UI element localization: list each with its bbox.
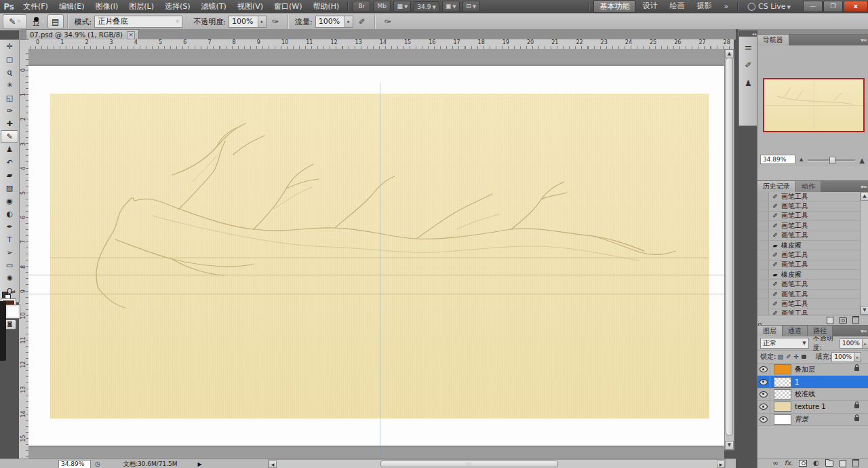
tab-paths[interactable]: 路径	[808, 326, 833, 336]
tool-path-selection[interactable]: ➢	[1, 246, 18, 259]
layer-row[interactable]: 叠加层	[757, 364, 868, 376]
layer-row[interactable]: 1	[757, 376, 868, 388]
vertical-ruler[interactable]: 0123456789101112131415	[19, 49, 29, 459]
scroll-up-icon[interactable]: ▲	[861, 192, 868, 201]
history-brush-source-well[interactable]	[757, 299, 769, 308]
lock-paint-icon[interactable]: ✐	[786, 353, 791, 360]
document-tab[interactable]: 07.psd @ 34.9% (1, RGB/8) ×	[26, 29, 139, 40]
tool-pen[interactable]: ✒	[1, 220, 18, 233]
new-group-icon[interactable]	[825, 461, 833, 467]
new-document-from-state-icon[interactable]	[827, 317, 833, 324]
tool-blur[interactable]: ◉	[1, 195, 18, 208]
panel-menu-icon[interactable]: ▾≡	[861, 184, 867, 190]
tool-lasso[interactable]: ɋ	[1, 66, 18, 79]
dock-edge-grip[interactable]	[0, 301, 6, 361]
horizontal-ruler[interactable]: 0123456789101112131415161718192021222324…	[28, 39, 734, 50]
horizontal-scrollbar[interactable]: ◀ ⁝⁝⁝ ▶	[268, 459, 726, 468]
layer-row[interactable]: 校准线	[757, 389, 868, 401]
history-brush-source-well[interactable]	[757, 192, 769, 201]
scroll-down-icon[interactable]: ▼	[725, 441, 734, 450]
minimize-button[interactable]: —	[803, 1, 823, 12]
layer-row[interactable]: texture 1	[757, 401, 868, 413]
history-brush-source-well[interactable]	[757, 231, 769, 240]
document-viewport[interactable]	[28, 49, 724, 459]
history-brush-source-well[interactable]	[757, 241, 769, 250]
history-brush-source-well[interactable]	[757, 212, 769, 220]
menu-编辑(E)[interactable]: 编辑(E)	[54, 0, 90, 13]
bridge-button[interactable]: Br	[353, 1, 370, 12]
menu-文件(F)[interactable]: 文件(F)	[18, 0, 54, 13]
layer-styles-icon[interactable]: fx.	[785, 459, 793, 467]
panel-menu-icon[interactable]: ▾≡	[861, 37, 867, 43]
history-state[interactable]: ✐ 画笔工具	[757, 309, 868, 315]
brush-panel-icon[interactable]: ✐	[741, 58, 756, 73]
layer-opacity-spinner[interactable]: ▸	[863, 338, 868, 349]
vertical-scrollbar[interactable]: ▲ ▼	[724, 49, 734, 450]
layer-name[interactable]: 1	[795, 378, 799, 386]
layer-fill-field[interactable]: 100%	[831, 352, 854, 362]
workspace-设计[interactable]: 设计	[637, 0, 663, 13]
history-brush-source-well[interactable]	[757, 280, 769, 289]
close-document-icon[interactable]: ×	[127, 31, 135, 39]
new-snapshot-icon[interactable]	[839, 317, 847, 324]
history-brush-source-well[interactable]	[757, 309, 769, 315]
view-extras-button[interactable]: ▦▼	[393, 1, 411, 12]
history-brush-source-well[interactable]	[757, 250, 769, 259]
tool-shape[interactable]: ▭	[1, 259, 18, 272]
menu-帮助(H)[interactable]: 帮助(H)	[307, 0, 344, 13]
zoom-in-icon[interactable]: ▲	[859, 157, 865, 164]
layer-name[interactable]: 背景	[795, 414, 808, 424]
lock-all-icon[interactable]	[802, 355, 806, 359]
add-layer-mask-icon[interactable]	[799, 460, 807, 467]
flow-spinner[interactable]: ▸	[345, 16, 353, 28]
history-state[interactable]: ▰ 橡皮擦	[757, 270, 868, 279]
background-color-swatch[interactable]	[6, 305, 20, 318]
lock-position-icon[interactable]: ✛	[793, 353, 799, 360]
history-state[interactable]: ✐ 画笔工具	[757, 299, 868, 309]
zoom-slider-thumb[interactable]	[829, 157, 835, 164]
layer-visibility-toggle[interactable]	[757, 364, 770, 375]
layer-fill-spinner[interactable]: ▸	[854, 352, 861, 362]
zoom-out-icon[interactable]: ▲	[800, 157, 803, 162]
workspace-绘画[interactable]: 绘画	[664, 0, 690, 13]
restore-button[interactable]: ❐	[823, 1, 843, 12]
tab-navigator[interactable]: 导航器	[757, 35, 789, 45]
tool-type[interactable]: T	[1, 233, 18, 246]
pressure-opacity-icon[interactable]: ✑	[268, 15, 283, 28]
scroll-right-icon[interactable]: ▶	[717, 461, 725, 468]
history-brush-source-well[interactable]	[757, 221, 769, 230]
status-menu-arrow-icon[interactable]: ▶	[198, 461, 202, 467]
horizontal-guide[interactable]	[28, 294, 724, 294]
scroll-down-icon[interactable]: ▼	[861, 306, 868, 315]
history-brush-source-well[interactable]	[757, 260, 769, 269]
lock-transparency-icon[interactable]: ▨	[777, 353, 783, 360]
tool-brush[interactable]: ✎	[1, 130, 18, 143]
tab-actions[interactable]: 动作	[796, 181, 821, 192]
tab-channels[interactable]: 通道	[783, 326, 808, 336]
close-button[interactable]: x	[844, 1, 868, 12]
layer-thumbnail[interactable]	[774, 364, 791, 374]
screen-mode-button[interactable]: ⊡▼	[462, 1, 480, 12]
history-state[interactable]: ✐ 画笔工具	[757, 201, 868, 211]
panel-menu-icon[interactable]: ▾≡	[861, 328, 867, 334]
history-state[interactable]: ✐ 画笔工具	[757, 221, 868, 231]
layer-visibility-toggle[interactable]	[757, 414, 770, 425]
history-brush-source-well[interactable]	[757, 201, 769, 210]
history-brush-source-well[interactable]	[757, 290, 769, 298]
navigator-zoom-field[interactable]: 34.89%	[760, 155, 795, 164]
tool-hand[interactable]: ✺	[1, 272, 18, 285]
airbrush-icon[interactable]: ✐	[355, 15, 370, 28]
tool-move[interactable]: ✛	[1, 40, 18, 53]
menu-选择(S)[interactable]: 选择(S)	[159, 0, 196, 13]
tool-quick-selection[interactable]: ✳	[1, 79, 18, 92]
cs-live-button[interactable]: ◯ CS Live▼	[742, 1, 796, 12]
scroll-left-icon[interactable]: ◀	[269, 461, 277, 468]
layer-visibility-toggle[interactable]	[757, 401, 770, 412]
history-state[interactable]: ✐ 画笔工具	[757, 260, 868, 270]
navigator-proxy-view[interactable]	[763, 78, 865, 132]
brush-tool-preset-button[interactable]: ✎▼	[3, 14, 27, 29]
history-state[interactable]: ✐ 画笔工具	[757, 212, 868, 221]
tool-eraser[interactable]: ▰	[1, 169, 18, 182]
link-layers-icon[interactable]: ∞	[772, 459, 778, 467]
clone-source-panel-icon[interactable]: ♟	[741, 76, 756, 92]
